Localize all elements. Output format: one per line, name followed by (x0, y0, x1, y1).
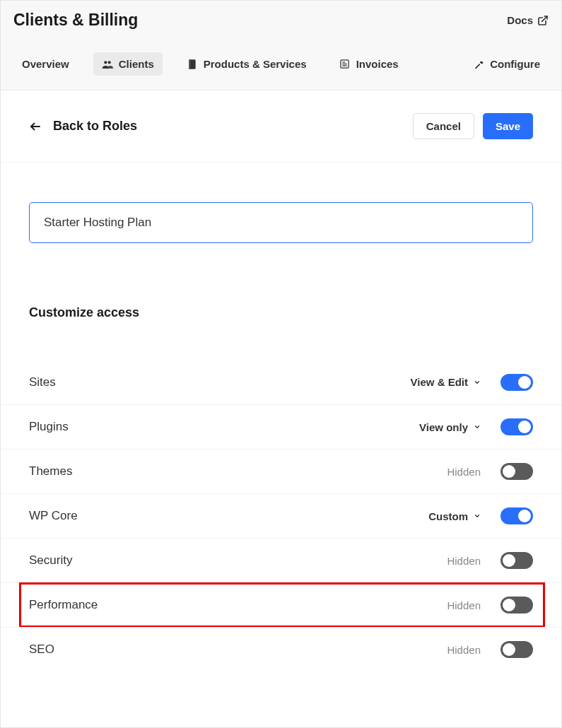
content: Back to Roles Cancel Save Customize acce… (1, 90, 561, 671)
docs-label: Docs (507, 14, 533, 26)
access-row-wp-core: WP CoreCustom (1, 493, 561, 538)
chevron-down-icon (474, 512, 481, 519)
permission-select-plugins[interactable]: View only (419, 421, 481, 433)
tab-invoices[interactable]: Invoices (331, 52, 407, 76)
access-controls-security: Hidden (447, 552, 533, 569)
tab-clients[interactable]: Clients (93, 52, 163, 76)
access-label-performance: Performance (29, 598, 98, 612)
tab-configure[interactable]: Configure (464, 52, 549, 76)
access-label-plugins: Plugins (29, 420, 69, 434)
toggle-knob (503, 465, 515, 478)
document-icon (339, 59, 351, 70)
toggle-knob (503, 643, 515, 656)
permission-select-seo: Hidden (447, 644, 481, 656)
save-button[interactable]: Save (483, 113, 533, 139)
access-controls-seo: Hidden (447, 641, 533, 658)
permission-select-security: Hidden (447, 555, 481, 567)
chevron-down-icon (474, 379, 481, 386)
toggle-wp-core[interactable] (500, 507, 533, 524)
permission-label: Hidden (447, 644, 481, 656)
access-label-security: Security (29, 553, 72, 568)
access-row-sites: SitesView & Edit (1, 360, 561, 404)
book-icon (187, 59, 198, 70)
section-title: Customize access (29, 305, 533, 320)
permission-label: View only (419, 421, 468, 433)
tab-products-label: Products & Services (204, 58, 307, 70)
docs-link[interactable]: Docs (507, 14, 549, 26)
toggle-knob (518, 510, 531, 522)
access-label-themes: Themes (29, 464, 72, 479)
tab-invoices-label: Invoices (356, 58, 399, 70)
access-rows: SitesView & EditPluginsView onlyThemesHi… (1, 360, 561, 671)
toggle-themes[interactable] (500, 463, 533, 480)
tab-clients-label: Clients (119, 58, 154, 70)
wrench-icon (473, 59, 484, 70)
svg-line-0 (542, 16, 547, 21)
access-row-plugins: PluginsView only (1, 404, 561, 449)
header-top: Clients & Billing Docs (13, 11, 549, 30)
tab-overview-label: Overview (22, 58, 69, 70)
toggle-performance[interactable] (500, 597, 533, 613)
tab-products[interactable]: Products & Services (178, 52, 315, 76)
external-link-icon (537, 15, 549, 26)
permission-label: Custom (428, 510, 468, 522)
toolbar: Back to Roles Cancel Save (1, 90, 561, 163)
permission-label: Hidden (447, 466, 481, 478)
tab-overview[interactable]: Overview (13, 52, 78, 76)
access-row-themes: ThemesHidden (1, 449, 561, 493)
toggle-plugins[interactable] (500, 418, 533, 435)
access-controls-plugins: View only (419, 418, 533, 435)
access-controls-performance: Hidden (447, 597, 533, 613)
tabs: Overview Clients Products & Services (13, 52, 549, 90)
toggle-security[interactable] (500, 552, 533, 569)
toggle-seo[interactable] (500, 641, 533, 658)
access-label-seo: SEO (29, 642, 54, 657)
access-label-sites: Sites (29, 375, 56, 389)
permission-select-wp-core[interactable]: Custom (428, 510, 481, 522)
access-row-seo: SEOHidden (1, 627, 561, 671)
toggle-knob (503, 599, 515, 611)
chevron-down-icon (474, 423, 481, 430)
toggle-sites[interactable] (500, 374, 533, 391)
access-label-wp-core: WP Core (29, 509, 78, 523)
page-title: Clients & Billing (13, 11, 138, 30)
svg-point-1 (104, 61, 107, 64)
permission-select-sites[interactable]: View & Edit (411, 376, 481, 388)
toggle-knob (518, 421, 531, 433)
permission-select-performance: Hidden (447, 599, 481, 611)
back-button[interactable]: Back to Roles (29, 119, 137, 134)
toggle-knob (503, 554, 515, 567)
permission-label: View & Edit (411, 376, 468, 388)
svg-point-2 (107, 61, 110, 64)
form-area: Customize access SitesView & EditPlugins… (1, 163, 561, 671)
cancel-button[interactable]: Cancel (413, 113, 474, 139)
access-row-performance: PerformanceHidden (1, 582, 561, 627)
permission-label: Hidden (447, 555, 481, 567)
svg-rect-3 (189, 59, 190, 69)
permission-label: Hidden (447, 599, 481, 611)
users-icon (102, 59, 113, 70)
access-row-security: SecurityHidden (1, 538, 561, 582)
access-controls-themes: Hidden (447, 463, 533, 480)
permission-select-themes: Hidden (447, 466, 481, 478)
access-controls-sites: View & Edit (411, 374, 533, 391)
tab-configure-label: Configure (490, 58, 540, 70)
access-controls-wp-core: Custom (428, 507, 533, 524)
back-label: Back to Roles (53, 119, 137, 134)
toolbar-actions: Cancel Save (413, 113, 533, 139)
arrow-left-icon (29, 120, 42, 133)
header: Clients & Billing Docs Overview (1, 1, 561, 90)
role-name-input[interactable] (29, 202, 533, 243)
toggle-knob (518, 376, 531, 389)
